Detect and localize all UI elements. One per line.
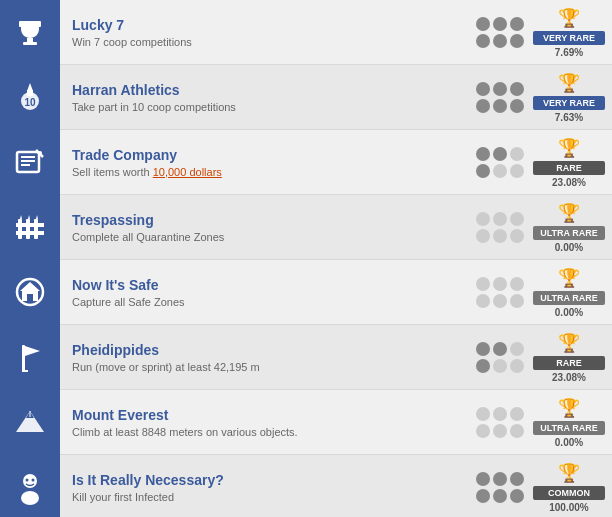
svg-rect-2 <box>19 21 22 27</box>
achievement-rarity-lucky7: 🏆VERY RARE7.69% <box>532 7 612 58</box>
achievement-list: Lucky 7Win 7 coop competitions🏆VERY RARE… <box>0 0 612 517</box>
dot <box>510 229 524 243</box>
achievement-description: Kill your first Infected <box>72 491 456 503</box>
dot <box>476 99 490 113</box>
svg-rect-17 <box>26 219 30 239</box>
trophy-icon: 🏆 <box>558 267 580 289</box>
svg-marker-19 <box>20 215 22 219</box>
achievement-info-is-it-really-necessary: Is It Really Necessary?Kill your first I… <box>60 464 468 511</box>
achievement-row[interactable]: Lucky 7Win 7 coop competitions🏆VERY RARE… <box>0 0 612 65</box>
dot <box>510 82 524 96</box>
dot <box>476 407 490 421</box>
achievement-description: Run (move or sprint) at least 42,195 m <box>72 361 456 373</box>
trophy-icon: 🏆 <box>558 397 580 419</box>
achievement-dots <box>468 147 532 178</box>
achievement-row[interactable]: Now It's SafeCapture all Safe Zones🏆ULTR… <box>0 260 612 325</box>
achievement-row[interactable]: Mount EverestClimb at least 8848 meters … <box>0 390 612 455</box>
rarity-badge: ULTRA RARE <box>533 291 605 305</box>
svg-marker-20 <box>28 215 30 219</box>
achievement-info-trespassing: TrespassingComplete all Quarantine Zones <box>60 204 468 251</box>
achievement-rarity-trade-company: 🏆RARE23.08% <box>532 137 612 188</box>
dot <box>510 164 524 178</box>
dot <box>476 359 490 373</box>
achievement-dots <box>468 342 532 373</box>
achievement-title: Lucky 7 <box>72 17 456 33</box>
dot <box>493 342 507 356</box>
dot <box>510 342 524 356</box>
dot <box>510 34 524 48</box>
dot <box>493 147 507 161</box>
achievement-icon-harran-athletics: 10 <box>0 65 60 130</box>
dot <box>493 17 507 31</box>
achievement-info-now-its-safe: Now It's SafeCapture all Safe Zones <box>60 269 468 316</box>
dot <box>510 359 524 373</box>
dot <box>476 17 490 31</box>
achievement-rarity-now-its-safe: 🏆ULTRA RARE0.00% <box>532 267 612 318</box>
achievement-icon-trespassing <box>0 195 60 260</box>
achievement-title: Is It Really Necessary? <box>72 472 456 488</box>
dot <box>493 82 507 96</box>
dot <box>476 229 490 243</box>
achievement-description: Take part in 10 coop competitions <box>72 101 456 113</box>
achievement-title: Now It's Safe <box>72 277 456 293</box>
rarity-badge: VERY RARE <box>533 31 605 45</box>
svg-marker-6 <box>27 83 33 91</box>
rarity-badge: RARE <box>533 356 605 370</box>
svg-rect-18 <box>34 219 38 239</box>
achievement-row[interactable]: Trade CompanySell items worth 10,000 dol… <box>0 130 612 195</box>
achievement-description: Sell items worth 10,000 dollars <box>72 166 456 178</box>
achievement-info-trade-company: Trade CompanySell items worth 10,000 dol… <box>60 139 468 186</box>
achievement-icon-trade-company <box>0 130 60 195</box>
achievement-rarity-trespassing: 🏆ULTRA RARE0.00% <box>532 202 612 253</box>
achievement-description: Win 7 coop competitions <box>72 36 456 48</box>
dot <box>510 212 524 226</box>
dot <box>493 34 507 48</box>
achievement-title: Trade Company <box>72 147 456 163</box>
svg-rect-24 <box>27 294 33 301</box>
dot <box>510 277 524 291</box>
achievement-row[interactable]: PheidippidesRun (move or sprint) at leas… <box>0 325 612 390</box>
svg-point-33 <box>26 479 29 482</box>
dot <box>493 229 507 243</box>
dot <box>476 34 490 48</box>
svg-rect-7 <box>27 90 33 96</box>
achievement-description: Climb at least 8848 meters on various ob… <box>72 426 456 438</box>
dot <box>476 164 490 178</box>
dot <box>493 359 507 373</box>
svg-point-34 <box>32 479 35 482</box>
dot <box>476 212 490 226</box>
dot <box>510 17 524 31</box>
svg-rect-0 <box>27 38 33 42</box>
dot <box>510 99 524 113</box>
dot <box>493 424 507 438</box>
rarity-percentage: 7.63% <box>555 112 583 123</box>
dot <box>493 99 507 113</box>
achievement-icon-is-it-really-necessary <box>0 455 60 518</box>
achievement-icon-lucky7 <box>0 0 60 65</box>
svg-point-32 <box>21 491 39 505</box>
rarity-percentage: 0.00% <box>555 307 583 318</box>
rarity-badge: ULTRA RARE <box>533 421 605 435</box>
svg-point-13 <box>38 151 42 155</box>
dot <box>510 472 524 486</box>
achievement-rarity-is-it-really-necessary: 🏆COMMON100.00% <box>532 462 612 513</box>
rarity-percentage: 23.08% <box>552 177 586 188</box>
achievement-title: Harran Athletics <box>72 82 456 98</box>
trophy-icon: 🏆 <box>558 202 580 224</box>
rarity-badge: VERY RARE <box>533 96 605 110</box>
achievement-dots <box>468 277 532 308</box>
trophy-icon: 🏆 <box>558 332 580 354</box>
achievement-row[interactable]: 10 Harran AthleticsTake part in 10 coop … <box>0 65 612 130</box>
svg-marker-26 <box>25 346 40 356</box>
achievement-title: Mount Everest <box>72 407 456 423</box>
svg-rect-25 <box>22 345 25 371</box>
rarity-percentage: 23.08% <box>552 372 586 383</box>
achievement-row[interactable]: TrespassingComplete all Quarantine Zones… <box>0 195 612 260</box>
achievement-row[interactable]: Is It Really Necessary?Kill your first I… <box>0 455 612 517</box>
achievement-rarity-mount-everest: 🏆ULTRA RARE0.00% <box>532 397 612 448</box>
dot <box>476 424 490 438</box>
dot <box>493 407 507 421</box>
dot <box>476 489 490 503</box>
dot <box>493 472 507 486</box>
svg-text:10: 10 <box>24 97 36 108</box>
